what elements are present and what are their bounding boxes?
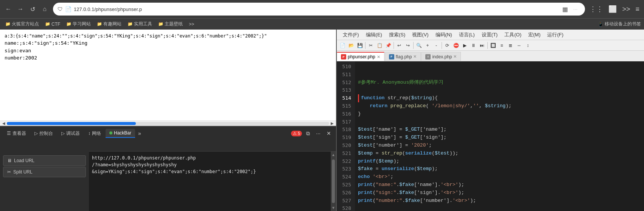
toolbar-more-1[interactable]: ⟳ xyxy=(443,41,451,50)
bookmark-fun[interactable]: 📁 有趣网站 xyxy=(95,20,124,28)
editor-menu-bar: 文件(F) 编辑(E) 搜索(S) 视图(V) 编码(N) 语言(L) 设置(T… xyxy=(337,30,644,40)
code-520: $test['number'] = '2020'; xyxy=(358,142,641,150)
bookmark-ctf[interactable]: 📁 CTF xyxy=(43,21,62,28)
open-file-button[interactable]: 📂 xyxy=(347,41,355,50)
index-tab-close[interactable]: ✕ xyxy=(453,54,457,59)
toolbar-more-4[interactable]: ⏸ xyxy=(469,41,478,50)
hackbar-dot-icon xyxy=(109,131,112,134)
menu-settings[interactable]: 设置(T) xyxy=(479,31,501,39)
cut-button[interactable]: ✂ xyxy=(367,41,375,50)
browser-chrome: ← → ↺ ⌂ 🛡 📄 127.0.0.1/phpunser/phpunser.… xyxy=(0,0,644,30)
ln-521: 521 xyxy=(337,150,355,158)
load-url-button[interactable]: 🖥 Load URL xyxy=(3,155,86,166)
page-line-1: a:3:{s:4:"name";s:24:"";s:4:"sign";s:54:… xyxy=(5,33,331,39)
zoom-in-button[interactable]: + xyxy=(423,41,432,50)
toolbar-more-10[interactable]: ↕ xyxy=(524,41,532,50)
mobile-bookmarks[interactable]: 📱 移动设备上的书签 xyxy=(598,21,641,27)
folder-icon: 📁 xyxy=(5,22,11,27)
code-524: echo '<br>'; xyxy=(358,173,641,181)
tab-inspector[interactable]: ☰ 查看器 xyxy=(3,129,30,138)
toolbar-more-3[interactable]: ▶ xyxy=(460,41,469,50)
more-icon[interactable]: >> xyxy=(621,5,632,14)
more-tabs-icon[interactable]: » xyxy=(136,130,143,136)
home-button[interactable]: ⌂ xyxy=(39,4,50,14)
bookmark-huhu[interactable]: 📁 火狐官方站点 xyxy=(3,20,41,28)
debugger-label: 调试器 xyxy=(66,130,80,137)
redo-button[interactable]: ↪ xyxy=(404,41,412,50)
scroll-track[interactable] xyxy=(7,122,329,125)
tab-hackbar[interactable]: HackBar xyxy=(106,129,135,138)
zoom-out-button[interactable]: - xyxy=(432,41,440,50)
menu-encoding[interactable]: 编码(N) xyxy=(432,31,455,39)
toolbar-sep-3 xyxy=(413,42,414,49)
save-file-button[interactable]: 💾 xyxy=(356,41,364,50)
address-more-button[interactable]: ··· xyxy=(570,5,581,14)
toolbar-more-5[interactable]: ⏭ xyxy=(478,41,486,50)
menu-search[interactable]: 搜索(S) xyxy=(386,31,408,39)
flag-tab-close[interactable]: ✕ xyxy=(413,54,417,59)
devtools-right-controls: ⚠ 5 ⧉ ··· ✕ xyxy=(291,130,333,138)
code-510 xyxy=(358,63,641,71)
tab-index[interactable]: I index.php ✕ xyxy=(421,52,461,61)
scroll-down-arrow[interactable]: ▼ xyxy=(331,205,335,211)
phpunser-tab-close[interactable]: ✕ xyxy=(377,55,380,59)
hackbar-top-area xyxy=(89,140,336,152)
ln-519: 519 xyxy=(337,134,355,142)
refresh-button[interactable]: ↺ xyxy=(27,4,38,14)
copy-button[interactable]: 📋 xyxy=(375,41,384,50)
bookmark-tools[interactable]: 📁 实用工具 xyxy=(125,20,154,28)
menu-file[interactable]: 文件(F) xyxy=(340,31,362,39)
tab-flag[interactable]: F flag.php ✕ xyxy=(385,52,421,61)
paste-button[interactable]: 📌 xyxy=(384,41,392,50)
scroll-up-arrow[interactable]: ▲ xyxy=(331,152,335,158)
menu-language[interactable]: 语言(L) xyxy=(456,31,478,39)
horizontal-scrollbar[interactable]: ◀ ▶ xyxy=(0,120,336,126)
find-button[interactable]: 🔍 xyxy=(415,41,423,50)
toolbar-more-8[interactable]: ≣ xyxy=(506,41,515,50)
back-button[interactable]: ← xyxy=(3,4,14,14)
devtools-copy-button[interactable]: ⧉ xyxy=(304,130,312,138)
tab-network[interactable]: ↕ 网络 xyxy=(84,129,105,138)
menu-button[interactable]: ≡ xyxy=(634,5,641,14)
screen-icon[interactable]: ⬜ xyxy=(607,4,618,14)
hackbar-right-panel: http://127.0.0.1/phpunser/phpunser.php /… xyxy=(89,140,336,211)
toolbar-more-6[interactable]: 🔲 xyxy=(489,41,497,50)
tab-debugger[interactable]: ▷ 调试器 xyxy=(58,129,84,138)
bookmarks-more-button[interactable]: >> xyxy=(187,21,196,28)
toolbar-more-9[interactable]: ↔ xyxy=(515,41,523,50)
nav-buttons: ← → ↺ ⌂ xyxy=(3,4,50,14)
menu-tools[interactable]: 工具(O) xyxy=(501,31,524,39)
menu-edit[interactable]: 编辑(E) xyxy=(363,31,385,39)
code-editor: 510 511 512 513 514 515 516 517 518 519 … xyxy=(337,61,644,211)
hackbar-url-input[interactable]: http://127.0.0.1/phpunser/phpunser.php /… xyxy=(89,152,336,211)
load-url-label: Load URL xyxy=(14,158,34,163)
phpunser-tab-icon: P xyxy=(341,54,346,59)
scroll-left-arrow[interactable]: ◀ xyxy=(1,121,7,125)
toolbar-more-7[interactable]: ≡ xyxy=(498,41,506,50)
extensions-icon[interactable]: ⋮⋮ xyxy=(588,4,605,14)
bookmark-study[interactable]: 📁 学习网站 xyxy=(64,20,93,28)
ln-514: 514 xyxy=(337,94,355,102)
scroll-thumb[interactable] xyxy=(7,122,136,125)
qr-icon[interactable]: ▦ xyxy=(562,6,568,13)
scroll-right-arrow[interactable]: ▶ xyxy=(329,121,335,125)
address-bar[interactable]: 🛡 📄 127.0.0.1/phpunser/phpunser.p ▦ ··· xyxy=(53,3,585,16)
tab-console[interactable]: ▷ 控制台 xyxy=(31,129,57,138)
index-tab-icon: I xyxy=(425,54,431,59)
scroll-thumb-vertical[interactable] xyxy=(332,159,335,203)
bookmark-wallpaper[interactable]: 📁 主题壁纸 xyxy=(156,20,185,28)
new-file-button[interactable]: 📄 xyxy=(338,41,347,50)
forward-button[interactable]: → xyxy=(15,4,26,14)
error-badge: ⚠ 5 xyxy=(291,131,302,136)
tab-phpunser[interactable]: P phpunser.php ✕ xyxy=(337,52,384,61)
menu-run[interactable]: 运行(F) xyxy=(544,31,566,39)
toolbar-more-2[interactable]: ⛔ xyxy=(452,41,460,50)
hackbar-scrollbar[interactable]: ▲ ▼ xyxy=(331,152,336,211)
devtools-more-button[interactable]: ··· xyxy=(314,130,322,137)
devtools-close-button[interactable]: ✕ xyxy=(325,130,333,137)
console-label: 控制台 xyxy=(39,130,53,137)
menu-view[interactable]: 视图(V) xyxy=(409,31,431,39)
split-url-button[interactable]: ✂ Split URL xyxy=(3,167,86,177)
menu-macro[interactable]: 宏(M) xyxy=(525,31,544,39)
undo-button[interactable]: ↩ xyxy=(395,41,403,50)
